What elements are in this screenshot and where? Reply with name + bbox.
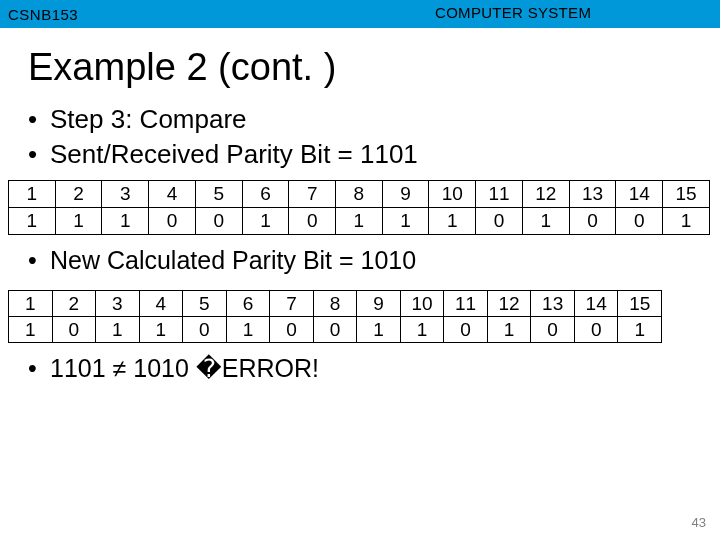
table-cell: 5 [183,291,227,317]
table-cell: 14 [574,291,618,317]
bullet-item: Sent/Received Parity Bit = 1101 [28,138,720,171]
table-cell: 12 [522,181,569,208]
table-cell: 13 [569,181,616,208]
table-row: 1 2 3 4 5 6 7 8 9 10 11 12 13 14 15 [9,181,710,208]
table-cell: 6 [226,291,270,317]
table-cell: 1 [382,208,429,235]
table-cell: 1 [9,317,53,343]
bullet-item: New Calculated Parity Bit = 1010 [28,245,720,276]
table-cell: 1 [226,317,270,343]
bullet-list-bottom: 1101 ≠ 1010 �ERROR! [28,353,720,384]
table-cell: 11 [444,291,488,317]
table-cell: 1 [357,317,401,343]
slide: CSNB153 COMPUTER SYSTEM Example 2 (cont.… [0,0,720,540]
table-cell: 3 [102,181,149,208]
table-cell: 1 [522,208,569,235]
table-cell: 1 [102,208,149,235]
table-cell: 0 [52,317,96,343]
table-cell: 8 [336,181,383,208]
table-cell: 0 [476,208,523,235]
table-new-calculated: 1 2 3 4 5 6 7 8 9 10 11 12 13 14 15 1 0 … [8,290,662,343]
table-cell: 1 [96,317,140,343]
table-cell: 7 [289,181,336,208]
table-cell: 0 [195,208,242,235]
bullet-list-mid: New Calculated Parity Bit = 1010 [28,245,720,276]
table-cell: 1 [663,208,710,235]
table-cell: 15 [663,181,710,208]
top-bar: CSNB153 [0,0,720,28]
table-cell: 1 [336,208,383,235]
table-cell: 1 [9,208,56,235]
table-sent-received: 1 2 3 4 5 6 7 8 9 10 11 12 13 14 15 1 1 … [8,180,710,235]
table-cell: 8 [313,291,357,317]
table-cell: 5 [195,181,242,208]
bullet-item: 1101 ≠ 1010 �ERROR! [28,353,720,384]
table-cell: 10 [429,181,476,208]
table-cell: 2 [55,181,102,208]
table-cell: 3 [96,291,140,317]
table-cell: 0 [149,208,196,235]
slide-title: Example 2 (cont. ) [28,46,720,89]
table-cell: 1 [429,208,476,235]
table-cell: 4 [139,291,183,317]
bullet-list-top: Step 3: Compare Sent/Received Parity Bit… [28,103,720,170]
table-cell: 1 [139,317,183,343]
table-row: 1 0 1 1 0 1 0 0 1 1 0 1 0 0 1 [9,317,662,343]
table-row: 1 1 1 0 0 1 0 1 1 1 0 1 0 0 1 [9,208,710,235]
table-cell: 0 [444,317,488,343]
table-cell: 1 [9,291,53,317]
table-cell: 9 [357,291,401,317]
table-cell: 9 [382,181,429,208]
table-cell: 10 [400,291,444,317]
course-title: COMPUTER SYSTEM [435,4,591,21]
table-cell: 13 [531,291,575,317]
page-number: 43 [692,515,706,530]
table-cell: 0 [616,208,663,235]
course-code: CSNB153 [0,6,78,23]
table-cell: 12 [487,291,531,317]
table-cell: 14 [616,181,663,208]
table-cell: 1 [618,317,662,343]
table-cell: 0 [569,208,616,235]
table-cell: 15 [618,291,662,317]
table-cell: 0 [270,317,314,343]
table-cell: 0 [183,317,227,343]
table-cell: 1 [400,317,444,343]
table-cell: 1 [9,181,56,208]
table-cell: 11 [476,181,523,208]
table-cell: 1 [55,208,102,235]
table-row: 1 2 3 4 5 6 7 8 9 10 11 12 13 14 15 [9,291,662,317]
table-cell: 0 [531,317,575,343]
table-cell: 1 [242,208,289,235]
table-cell: 6 [242,181,289,208]
table-cell: 0 [313,317,357,343]
table-cell: 4 [149,181,196,208]
table-cell: 7 [270,291,314,317]
table-cell: 2 [52,291,96,317]
table-cell: 0 [574,317,618,343]
table-cell: 1 [487,317,531,343]
bullet-item: Step 3: Compare [28,103,720,136]
table-cell: 0 [289,208,336,235]
